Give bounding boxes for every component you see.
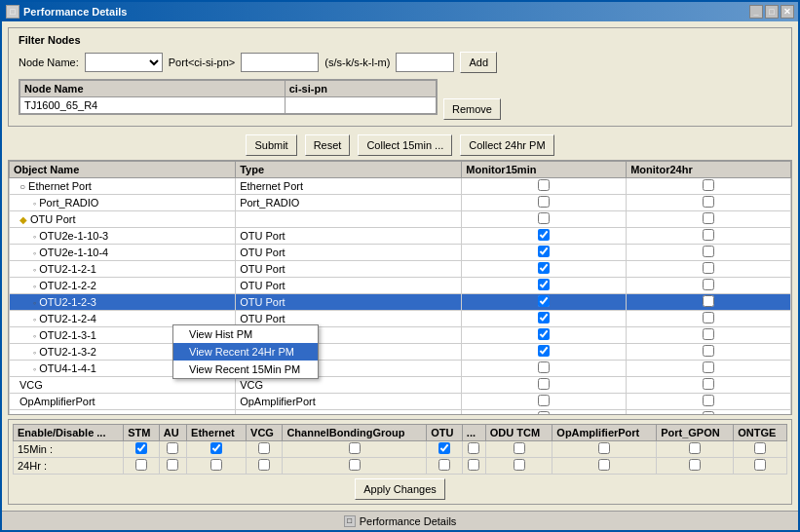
enable-ontge-checkbox[interactable] [754,459,766,471]
monitor24-cell[interactable] [627,195,791,211]
monitor24-checkbox[interactable] [703,279,714,290]
monitor15-checkbox[interactable] [538,312,550,323]
monitor15-checkbox[interactable] [538,196,550,208]
enable-otu-checkbox[interactable] [438,442,450,454]
monitor24-checkbox[interactable] [703,345,714,357]
table-row[interactable]: ◦ Port_RADIO Port_RADIO [10,195,791,211]
enable-dots-cell[interactable] [462,458,485,475]
enable-stm-cell[interactable] [124,441,160,458]
enable-au-checkbox[interactable] [167,459,178,471]
enable-channel-cell[interactable] [283,458,427,475]
enable-op-cell[interactable] [552,441,657,458]
monitor15-checkbox[interactable] [538,179,550,191]
collect-24hr-button[interactable]: Collect 24hr PM [460,134,553,156]
table-row[interactable]: ○ Card_PSU Card_PSU [10,410,791,415]
monitor24-cell[interactable] [627,294,791,311]
node-table-row[interactable]: TJ1600_65_R4 [20,97,437,114]
enable-vcg-checkbox[interactable] [258,442,270,454]
monitor15-cell[interactable] [462,327,627,344]
close-button[interactable]: ✕ [781,5,794,19]
monitor15-checkbox[interactable] [538,212,550,224]
monitor15-checkbox[interactable] [538,246,550,257]
monitor15-checkbox[interactable] [538,229,550,241]
enable-au-checkbox[interactable] [167,442,178,454]
enable-au-cell[interactable] [159,441,186,458]
monitor15-cell[interactable] [462,344,627,361]
table-row[interactable]: ◦ OTU2-1-3-2 OTU Port [10,344,791,361]
monitor24-checkbox[interactable] [703,246,714,257]
enable-au-cell[interactable] [159,458,186,475]
monitor24-cell[interactable] [627,377,791,394]
ssk-input[interactable] [396,53,454,72]
monitor24-checkbox[interactable] [703,179,714,191]
monitor24-cell[interactable] [627,211,791,228]
monitor24-checkbox[interactable] [703,262,714,274]
monitor15-checkbox[interactable] [538,411,550,414]
add-button[interactable]: Add [460,52,497,73]
enable-ontge-cell[interactable] [734,441,787,458]
monitor24-checkbox[interactable] [703,361,714,373]
table-row[interactable]: ◦ OTU2-1-3-1 OTU Port [10,327,791,344]
monitor15-cell[interactable] [462,178,627,195]
main-table-wrapper[interactable]: Object Name Type Monitor15min Monitor24h… [9,161,791,414]
monitor24-cell[interactable] [627,344,791,361]
enable-vcg-cell[interactable] [247,458,283,475]
table-row[interactable]: ◦ OTU2e-1-10-3 OTU Port [10,228,791,245]
monitor15-cell[interactable] [462,261,627,278]
collect-15min-button[interactable]: Collect 15min ... [358,134,452,156]
monitor15-cell[interactable] [462,278,627,294]
monitor15-cell[interactable] [462,228,627,245]
context-menu-item-24hr[interactable]: View Recent 24Hr PM [173,343,318,361]
monitor24-cell[interactable] [627,394,791,410]
table-row[interactable]: ◦ OTU2e-1-10-4 OTU Port [10,245,791,261]
monitor15-checkbox[interactable] [538,395,550,406]
enable-stm-checkbox[interactable] [135,442,147,454]
submit-button[interactable]: Submit [246,134,296,156]
table-row[interactable]: OpAmplifierPort OpAmplifierPort [10,394,791,410]
monitor15-cell[interactable] [462,195,627,211]
enable-ethernet-checkbox[interactable] [210,442,222,454]
monitor24-cell[interactable] [627,245,791,261]
monitor24-cell[interactable] [627,228,791,245]
enable-vcg-cell[interactable] [247,441,283,458]
monitor24-checkbox[interactable] [703,411,714,414]
enable-gpon-checkbox[interactable] [689,442,701,454]
monitor24-checkbox[interactable] [703,312,714,323]
enable-odu-checkbox[interactable] [514,442,525,454]
context-menu-item-15min[interactable]: View Recent 15Min PM [173,361,318,378]
port-input[interactable] [241,53,319,72]
table-row[interactable]: ◆ OTU Port [10,211,791,228]
table-row[interactable]: ◦ OTU2-1-2-4 OTU Port [10,311,791,327]
enable-gpon-cell[interactable] [657,458,734,475]
monitor24-checkbox[interactable] [703,212,714,224]
enable-channel-checkbox[interactable] [349,442,361,454]
monitor24-cell[interactable] [627,261,791,278]
enable-odu-cell[interactable] [485,458,552,475]
enable-otu-cell[interactable] [427,441,463,458]
enable-dots-checkbox[interactable] [468,459,479,471]
monitor15-cell[interactable] [462,361,627,377]
maximize-button[interactable]: □ [765,5,779,19]
table-row[interactable]: ◦ OTU2-1-2-2 OTU Port [10,278,791,294]
monitor15-cell[interactable] [462,377,627,394]
enable-vcg-checkbox[interactable] [258,459,270,471]
monitor15-cell[interactable] [462,394,627,410]
monitor24-checkbox[interactable] [703,395,714,406]
enable-op-checkbox[interactable] [598,459,610,471]
enable-channel-cell[interactable] [283,441,427,458]
reset-button[interactable]: Reset [305,134,351,156]
enable-op-checkbox[interactable] [598,442,610,454]
enable-dots-cell[interactable] [462,441,485,458]
enable-ontge-cell[interactable] [734,458,787,475]
monitor15-checkbox[interactable] [538,345,550,357]
monitor15-cell[interactable] [462,245,627,261]
monitor15-cell[interactable] [462,294,627,311]
monitor15-checkbox[interactable] [538,262,550,274]
enable-odu-cell[interactable] [485,441,552,458]
enable-ethernet-cell[interactable] [187,458,247,475]
enable-op-cell[interactable] [552,458,657,475]
enable-otu-checkbox[interactable] [438,459,450,471]
enable-ethernet-checkbox[interactable] [210,459,222,471]
monitor24-cell[interactable] [627,311,791,327]
monitor15-cell[interactable] [462,211,627,228]
